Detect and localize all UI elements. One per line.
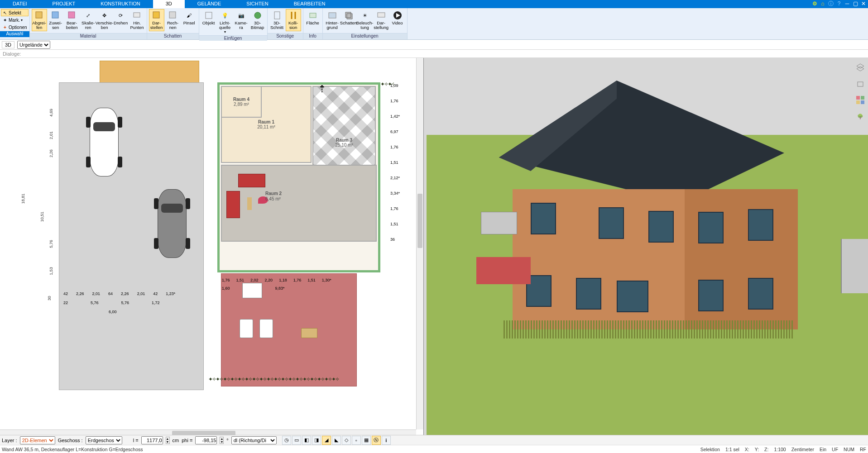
darstellen-button[interactable]: Dar- stellen: [149, 9, 164, 31]
clock-icon[interactable]: ◷: [282, 436, 291, 445]
lighting-icon: ☀: [360, 10, 370, 20]
home-icon[interactable]: ⌂: [819, 0, 826, 7]
screen-icon[interactable]: ▭: [292, 436, 301, 445]
group-title-sonstige: Sonstige: [268, 33, 303, 39]
status-uf: UF: [832, 447, 838, 452]
l-label: l =: [133, 438, 139, 443]
room-4: Raum 42,89 m²: [221, 86, 262, 118]
terrain-select[interactable]: Urgelände: [17, 41, 50, 49]
phi-spinner[interactable]: ▲▼: [220, 437, 224, 444]
snap5-icon[interactable]: ▫: [352, 436, 361, 445]
darstellung-button[interactable]: Dar- stellung: [374, 9, 389, 31]
tab-3d[interactable]: 3D: [153, 0, 185, 8]
svg-rect-3: [134, 13, 140, 17]
info-icon[interactable]: ⓘ: [827, 0, 834, 7]
verschieben-button[interactable]: ✥Verschie- ben: [97, 9, 112, 31]
bottom-bar: Layer : 2D-Elemen Geschoss : Erdgeschos …: [0, 435, 868, 445]
view-label: 3D: [2, 41, 14, 48]
snap1-icon[interactable]: ◧: [302, 436, 311, 445]
optionen-button[interactable]: +Optionen: [1, 24, 29, 31]
floor-plan[interactable]: 18,81 4,69 2,01 2,26 10,51 5,76 1,53 30 …: [0, 58, 423, 437]
bitmap-icon: [253, 10, 263, 20]
info-i-icon[interactable]: i: [382, 436, 391, 445]
status-rf: RF: [860, 447, 866, 452]
rechnen-button[interactable]: Rech- nen: [165, 9, 181, 31]
north-icon: ⇡: [318, 83, 326, 95]
geschoss-select[interactable]: Erdgeschos: [86, 436, 122, 444]
palette-icon[interactable]: [855, 95, 865, 105]
schatten2-button[interactable]: Schatten: [341, 9, 356, 27]
layers-icon[interactable]: [855, 62, 865, 72]
dims-drive-3: 6,00: [109, 310, 117, 314]
area-icon: [308, 10, 318, 20]
status-x: X:: [745, 447, 749, 452]
beleuchtung-button[interactable]: ☀Beleuch- tung: [357, 9, 373, 31]
snap2-icon[interactable]: ◨: [312, 436, 321, 445]
bushes-bottom: ✦✧✦✧✦✧✦✧✦✧✦✧✦✧✦✧✦✧✦✧✦✧✦✧✦✧✦✧✦✧✦✧✦✧✦✧: [208, 377, 389, 386]
tree-icon[interactable]: 🌳: [855, 111, 865, 121]
dialog-bar: Dialoge:: [0, 50, 868, 58]
ribbon-group-auswahl: ↖Selekt ✦Mark.▾ +Optionen Auswahl: [0, 8, 30, 39]
tab-konstruktion[interactable]: KONSTRUKTION: [88, 0, 153, 8]
pinsel-button[interactable]: 🖌Pinsel: [182, 9, 197, 27]
help-icon[interactable]: ?: [835, 0, 843, 7]
vscrollbar-2d[interactable]: [416, 58, 423, 429]
car-2: [154, 187, 190, 260]
snap4-icon[interactable]: ◇: [342, 436, 351, 445]
svg-rect-4: [153, 12, 159, 18]
objekt-button[interactable]: Objekt: [201, 9, 216, 27]
section-icon: [272, 10, 282, 20]
status-unit: Zentimeter: [791, 447, 814, 452]
lounger-2: [259, 319, 273, 338]
bitmap-button[interactable]: 3D- Bitmap: [250, 9, 265, 31]
hintergrund-button[interactable]: Hinter- grund: [325, 9, 340, 31]
dl-select[interactable]: dl (Richtung/Di: [231, 436, 277, 444]
group-title-einfuegen: Einfügen: [199, 35, 267, 41]
skalieren-button[interactable]: ⤢Skalie- ren: [81, 9, 96, 31]
garage-roof: [100, 61, 199, 84]
kamera-button[interactable]: 📷Kame- ra: [234, 9, 249, 31]
tool-icon[interactable]: ⚙: [811, 0, 818, 7]
selekt-button[interactable]: ↖Selekt: [1, 9, 29, 16]
layer-select[interactable]: 2D-Elemen: [20, 436, 55, 444]
tab-datei[interactable]: DATEI: [0, 0, 40, 8]
plus-icon: +: [2, 24, 8, 30]
phi-input[interactable]: [195, 436, 217, 444]
tab-sichten[interactable]: SICHTEN: [234, 0, 281, 8]
flaeche-button[interactable]: Fläche: [305, 9, 321, 27]
tab-projekt[interactable]: PROJEKT: [40, 0, 88, 8]
minimize-icon[interactable]: ─: [844, 0, 851, 7]
status-y: Y:: [755, 447, 759, 452]
mark-button[interactable]: ✦Mark.▾: [1, 16, 29, 24]
group-title-material: Material: [30, 33, 147, 39]
dim-left-total: 18,81: [21, 194, 25, 204]
snap3-icon[interactable]: ◣: [332, 436, 341, 445]
grid-icon[interactable]: ▦: [362, 436, 371, 445]
tab-bearbeiten[interactable]: BEARBEITEN: [281, 0, 338, 8]
maximize-icon[interactable]: ▢: [852, 0, 859, 7]
status-left: Wand AW 36,5 m, Deckenauflager L=Konstru…: [2, 447, 143, 452]
chair-icon[interactable]: [855, 79, 865, 89]
zuweisen-button[interactable]: Zuwei- sen: [48, 9, 63, 31]
video-button[interactable]: Video: [390, 9, 405, 27]
group-title-info: Info: [303, 33, 322, 39]
schnitt-button[interactable]: 3D- Schnitt: [269, 9, 285, 31]
pane-2d[interactable]: 18,81 4,69 2,01 2,26 10,51 5,76 1,53 30 …: [0, 58, 424, 437]
ortho-icon[interactable]: ◢: [322, 436, 331, 445]
kollision-button[interactable]: Kolli- sion: [286, 9, 301, 31]
workspace: 18,81 4,69 2,01 2,26 10,51 5,76 1,53 30 …: [0, 58, 868, 437]
abgreifen-button[interactable]: Abgrei- fen: [32, 9, 47, 31]
calc-icon: [168, 10, 178, 20]
hinpunten-button[interactable]: Hin. Punten: [129, 9, 145, 31]
dims-house-2: 1,609,83*: [222, 286, 285, 291]
l-spinner[interactable]: ▲▼: [166, 437, 170, 444]
tab-gelaende[interactable]: GELÄNDE: [185, 0, 234, 8]
l-input[interactable]: [141, 436, 163, 444]
pane-3d[interactable]: 🌳: [427, 58, 868, 437]
close-icon[interactable]: ✕: [860, 0, 867, 7]
bearbeiten-button[interactable]: Bear- beiten: [64, 9, 80, 31]
north-toggle-icon[interactable]: Ⓝ: [372, 436, 381, 445]
drehen-button[interactable]: ⟳Drehen: [113, 9, 129, 27]
lichtquelle-button[interactable]: 💡Licht- quelle▾: [217, 9, 233, 35]
eyedropper-icon: [34, 10, 44, 20]
